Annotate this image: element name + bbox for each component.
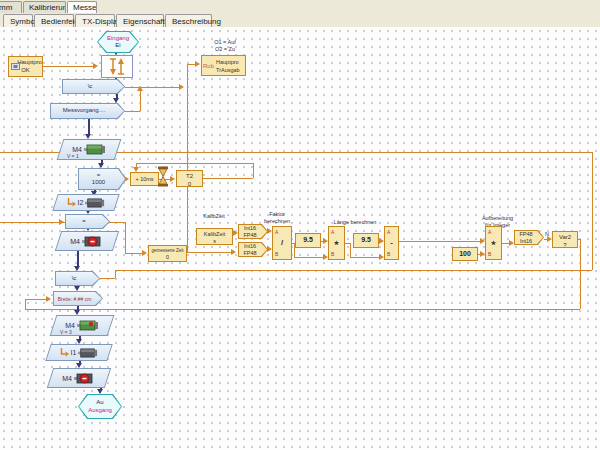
ausgang-label: Ausgang [88, 407, 112, 415]
motor-icon [78, 347, 98, 359]
wire-arrow [59, 219, 64, 225]
kalibzeit-line2: s [197, 238, 232, 245]
motor-m4-stop-block-2[interactable]: M4 [47, 368, 111, 388]
breite-display-block[interactable]: Breite: #.## cm [53, 291, 103, 306]
wire [115, 270, 116, 278]
compare-equal-block[interactable]: = [65, 214, 110, 229]
tab-beschreibung[interactable]: Beschreibung [165, 14, 212, 27]
rob-line2: TrAusgab [216, 67, 240, 74]
wire-arrow [170, 176, 175, 182]
wire [592, 152, 593, 270]
wire [125, 111, 140, 112]
mult1-op: ★ [329, 239, 344, 246]
eingang-terminal[interactable]: EingangEi [97, 31, 139, 53]
gemessene-line2: 0 [149, 254, 186, 261]
tab-eigenschaften[interactable]: Eigenschaften [116, 14, 164, 27]
conv3-port-label: N [543, 231, 551, 238]
tab-bedienfeld[interactable]: Bedienfeld [34, 14, 74, 27]
input-i2-block[interactable]: I2 [52, 194, 120, 211]
ausgang-terminal[interactable]: AuAusgang [78, 394, 122, 419]
conv2-line1: Int16 [244, 243, 256, 250]
wire [502, 243, 509, 244]
output-note: O1 = AufO2 = Zu [203, 39, 247, 53]
tab-kalibrierung[interactable]: Kalibrierung [23, 1, 66, 13]
motor-m4-v3-block[interactable]: M4 V = 3 [50, 315, 115, 336]
conv1-line2: FP48 [243, 232, 256, 239]
motor-m4-start-block[interactable]: M4 V = 1 [57, 139, 122, 160]
ms10-label: + 10ms [135, 176, 153, 182]
m4-stop1-label: M4 [70, 238, 80, 245]
sync-arrows-icon [102, 56, 132, 77]
hook-arrow-icon [60, 348, 69, 358]
wire [187, 252, 231, 253]
const-9-5-block-2[interactable]: 9.5 [353, 233, 379, 248]
m4-v3-label: M4 [65, 322, 75, 329]
divide-block[interactable]: A B / [272, 226, 292, 260]
sub-op: - [385, 238, 398, 247]
tab-programm[interactable]: ramm [0, 1, 22, 13]
multiply-block-1[interactable]: A B ★ [328, 226, 345, 260]
wire [253, 163, 254, 178]
i1-label: I1 [71, 349, 77, 356]
wire-arrow [93, 63, 98, 69]
const-100-block[interactable]: 100 [452, 247, 478, 261]
rob-line1: Hauptpro [216, 59, 239, 66]
flow-line [88, 119, 90, 134]
const-9-5-block-1[interactable]: 9.5 [295, 233, 321, 248]
wire-arrow [46, 296, 51, 302]
wire [350, 243, 351, 257]
motor-icon [84, 143, 106, 156]
tab-messen[interactable]: Messen [67, 1, 97, 13]
wire-arrow [142, 250, 147, 256]
m4-start-label: M4 [72, 146, 82, 153]
hauptpro-line1: Hauptpro [17, 59, 42, 67]
hauptprogramm-ok-block[interactable]: Hauptpro OK [8, 56, 43, 77]
convert-int16-fp48-block-2[interactable]: Int16FP48 [238, 242, 268, 257]
wire [25, 309, 580, 310]
gemessene-zeit-block[interactable]: gemessene Zeit 0 [148, 245, 187, 262]
input-i1-block[interactable]: I1 [45, 344, 113, 361]
messvorgang-block[interactable]: Messvorgang.... [50, 103, 125, 119]
flow-editor-window: ramm Kalibrierung Messen Symbol Bedienfe… [0, 0, 600, 450]
m4-start-sub: V = 1 [67, 153, 79, 159]
const-9-5-value-2: 9.5 [361, 236, 371, 245]
wire [187, 64, 195, 65]
main-tab-bar: ramm Kalibrierung Messen [0, 0, 600, 14]
t2-variable-block[interactable]: T2 0 [176, 170, 203, 187]
motor-icon [77, 319, 99, 332]
motor-stop-icon [74, 372, 96, 385]
mult2-in-a: A [488, 229, 491, 235]
wait-1000-block[interactable]: =1000 [78, 168, 126, 190]
laenge-caption: Länge berechnen [325, 219, 385, 226]
t2-line2: 0 [177, 181, 202, 189]
m4-v3-sub: V = 3 [60, 329, 72, 335]
add-10ms-block[interactable]: + 10ms [130, 172, 159, 186]
subtract-block[interactable]: A B - [384, 226, 399, 260]
tab-symbol[interactable]: Symbol [3, 14, 33, 27]
eingang-label: Eingang [107, 35, 129, 43]
wire [580, 239, 581, 309]
multiply-block-2[interactable]: A B ★ [485, 226, 502, 260]
convert-int16-fp48-block-1[interactable]: Int16FP48 [238, 224, 268, 239]
convert-fp48-int16-block[interactable]: FP48Int16 [514, 230, 544, 245]
wire [187, 64, 188, 252]
t2-line1: T2 [177, 173, 202, 181]
mult1-in-b: B [331, 251, 334, 257]
hauptpro-trausgab-block[interactable]: Rob Hauptpro TrAusgab [201, 55, 246, 76]
vc1-label: \c [88, 83, 93, 90]
kalibzeit-block[interactable]: KalibZeit s [196, 228, 233, 245]
flow-line [77, 251, 79, 266]
kalibzeit-line1: KalibZeit [197, 231, 232, 238]
wire-arrow [231, 249, 236, 255]
wire [100, 278, 115, 279]
var2-line1: Var2 [553, 234, 577, 242]
tab-tx-display[interactable]: TX-Display [75, 14, 115, 27]
display-control-block-2[interactable]: \c [55, 271, 100, 286]
wire [140, 91, 141, 111]
motor-m4-stop-block-1[interactable]: M4 [55, 231, 119, 251]
wire [43, 66, 93, 67]
flowchart-canvas[interactable]: EingangEi Hauptpro OK O1 = AufO2 = Zu Ro… [0, 27, 600, 450]
parallel-split-block[interactable] [101, 55, 133, 78]
display-control-block-1[interactable]: \c [62, 79, 125, 94]
var2-block[interactable]: Var2 ? [552, 231, 578, 248]
